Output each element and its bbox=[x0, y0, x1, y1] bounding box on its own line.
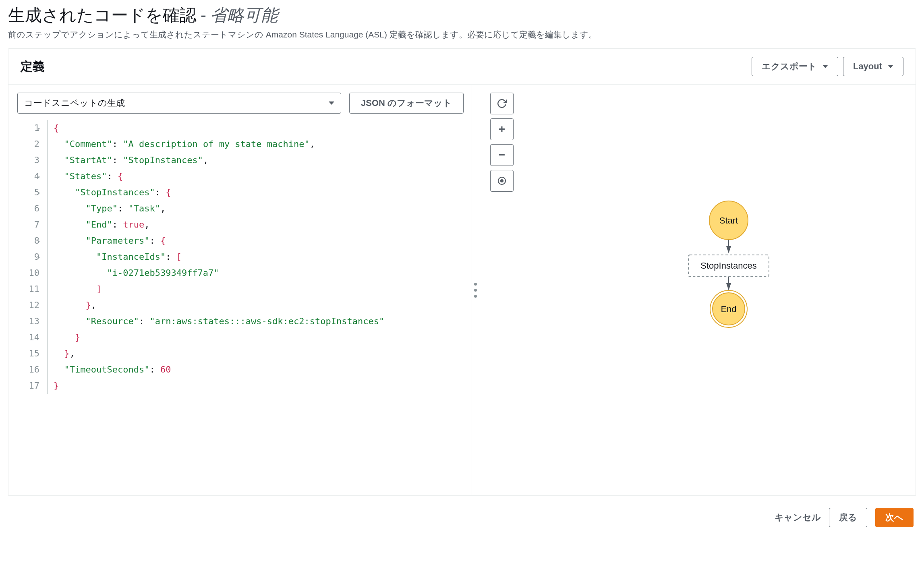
line-number: 16 bbox=[17, 362, 39, 378]
layout-button[interactable]: Layout bbox=[843, 57, 903, 76]
code-line[interactable]: "StopInstances": { bbox=[54, 184, 384, 201]
page-header: 生成されたコードを確認 - 省略可能 前のステップでアクションによって生成された… bbox=[8, 0, 916, 48]
title-separator: - bbox=[201, 6, 206, 25]
line-number: 7 bbox=[17, 217, 39, 233]
end-node-label: End bbox=[721, 304, 736, 314]
line-number: 17 bbox=[17, 378, 39, 394]
code-line[interactable]: } bbox=[54, 378, 384, 394]
workflow-graph[interactable]: Start StopInstances End bbox=[676, 200, 781, 338]
export-label: エクスポート bbox=[762, 60, 817, 72]
line-number: 1 bbox=[17, 120, 39, 136]
line-number: 3 bbox=[17, 152, 39, 168]
start-node-label: Start bbox=[719, 215, 738, 226]
editor-pane: コードスニペットの生成 JSON のフォーマット 123456789101112… bbox=[8, 85, 472, 495]
line-number: 2 bbox=[17, 136, 39, 152]
snippet-select[interactable]: コードスニペットの生成 bbox=[17, 93, 341, 114]
minus-icon: − bbox=[499, 149, 505, 161]
target-icon bbox=[497, 176, 507, 186]
line-number: 15 bbox=[17, 346, 39, 362]
code-line[interactable]: "States": { bbox=[54, 168, 384, 184]
plus-icon: + bbox=[499, 123, 505, 136]
export-button[interactable]: エクスポート bbox=[752, 57, 838, 76]
code-line[interactable]: "StartAt": "StopInstances", bbox=[54, 152, 384, 168]
back-button[interactable]: 戻る bbox=[829, 508, 867, 527]
editor-code-area[interactable]: { "Comment": "A description of my state … bbox=[48, 120, 384, 394]
code-line[interactable]: "Resource": "arn:aws:states:::aws-sdk:ec… bbox=[54, 313, 384, 329]
code-line[interactable]: ] bbox=[54, 281, 384, 297]
snippet-select-label: コードスニペットの生成 bbox=[24, 97, 125, 109]
center-button[interactable] bbox=[490, 170, 514, 192]
page-subtitle: 省略可能 bbox=[210, 4, 278, 27]
line-number: 14 bbox=[17, 329, 39, 346]
format-json-button[interactable]: JSON のフォーマット bbox=[349, 93, 464, 114]
line-number: 11 bbox=[17, 281, 39, 297]
layout-label: Layout bbox=[853, 61, 882, 72]
next-button[interactable]: 次へ bbox=[875, 508, 914, 527]
refresh-icon bbox=[497, 98, 507, 109]
code-line[interactable]: "InstanceIds": [ bbox=[54, 249, 384, 265]
page-description: 前のステップでアクションによって生成されたステートマシンの Amazon Sta… bbox=[8, 29, 916, 40]
graph-pane: + − bbox=[479, 85, 916, 495]
state-node-label: StopInstances bbox=[700, 261, 756, 271]
code-line[interactable]: "TimeoutSeconds": 60 bbox=[54, 362, 384, 378]
line-number: 13 bbox=[17, 313, 39, 329]
page-title: 生成されたコードを確認 bbox=[8, 4, 197, 27]
line-number: 12 bbox=[17, 297, 39, 313]
panel-title: 定義 bbox=[21, 58, 45, 75]
code-line[interactable]: }, bbox=[54, 346, 384, 362]
line-number: 8 bbox=[17, 233, 39, 249]
code-line[interactable]: "Comment": "A description of my state ma… bbox=[54, 136, 384, 152]
line-number: 4 bbox=[17, 168, 39, 184]
code-line[interactable]: "Type": "Task", bbox=[54, 201, 384, 217]
svg-point-1 bbox=[501, 180, 503, 182]
editor-gutter: 1234567891011121314151617 bbox=[17, 120, 48, 394]
code-line[interactable]: "Parameters": { bbox=[54, 233, 384, 249]
line-number: 10 bbox=[17, 265, 39, 281]
pane-divider[interactable] bbox=[472, 85, 479, 495]
footer-actions: キャンセル 戻る 次へ bbox=[8, 496, 916, 537]
code-line[interactable]: "i-0271eb539349ff7a7" bbox=[54, 265, 384, 281]
cancel-button[interactable]: キャンセル bbox=[775, 511, 821, 524]
refresh-button[interactable] bbox=[490, 93, 514, 114]
definition-panel: 定義 エクスポート Layout コードスニペットの生成 JSON のフォーマ bbox=[8, 48, 916, 496]
code-line[interactable]: }, bbox=[54, 297, 384, 313]
zoom-in-button[interactable]: + bbox=[490, 118, 514, 140]
line-number: 9 bbox=[17, 249, 39, 265]
code-line[interactable]: { bbox=[54, 120, 384, 136]
zoom-out-button[interactable]: − bbox=[490, 144, 514, 166]
line-number: 6 bbox=[17, 201, 39, 217]
line-number: 5 bbox=[17, 184, 39, 201]
code-line[interactable]: } bbox=[54, 329, 384, 346]
code-line[interactable]: "End": true, bbox=[54, 217, 384, 233]
panel-header: 定義 エクスポート Layout bbox=[8, 49, 916, 85]
code-editor[interactable]: 1234567891011121314151617 { "Comment": "… bbox=[17, 120, 464, 394]
chevron-down-icon bbox=[329, 101, 334, 105]
